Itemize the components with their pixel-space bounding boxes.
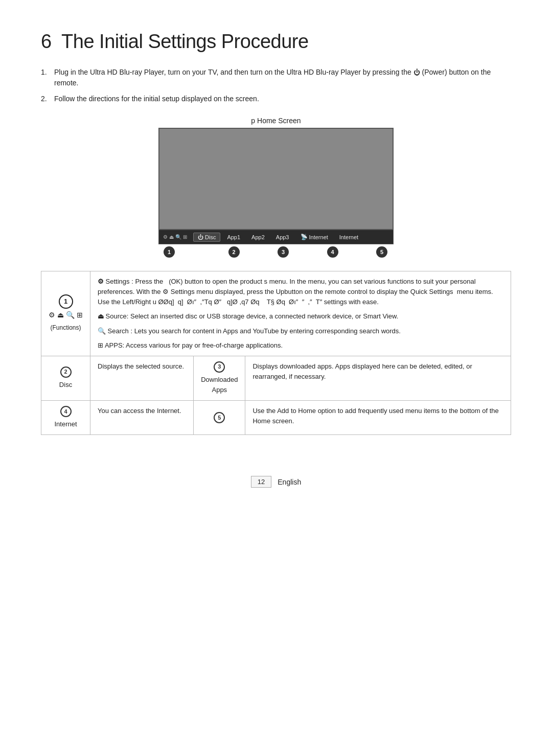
- desc-text-cell-1: ⚙ Settings : Press the (OK) button to op…: [90, 271, 511, 356]
- home-desc-cell: Use the Add to Home option to add freque…: [245, 401, 511, 435]
- desc-internet-num-cell: 4 Internet: [41, 401, 90, 435]
- desc-row-1: 1 ⚙ ⏏ 🔍 ⊞ (Functions) ⚙ Settings : Press…: [41, 271, 511, 356]
- intro-num-1: 1.: [41, 67, 50, 88]
- disc-label: Disc: [205, 234, 216, 240]
- taskbar-numbers: 1 2 3 4 5: [158, 244, 394, 258]
- intro-item-1: 1. Plug in the Ultra HD Blu-ray Player, …: [41, 67, 511, 88]
- circle-outline-2: 2: [60, 366, 72, 378]
- desc-home-num-cell: 5: [194, 401, 245, 435]
- intro-list: 1. Plug in the Ultra HD Blu-ray Player, …: [41, 67, 511, 104]
- settings-icon: ⚙: [163, 234, 168, 240]
- chapter-number: 6: [41, 31, 52, 52]
- downloaded-apps-label: DownloadedApps: [201, 375, 238, 395]
- desc-row-3: 4 Internet You can access the Internet. …: [41, 401, 511, 435]
- language-label: English: [278, 478, 301, 486]
- apps-desc: ⊞ APPS: Access various for pay or free-o…: [98, 340, 503, 351]
- num-indicator-3: 3: [278, 246, 289, 258]
- home-num-cell-content: 5: [201, 412, 238, 423]
- num-indicator-5: 5: [376, 246, 387, 258]
- circle-outline-5: 5: [214, 412, 225, 423]
- circle-outline-3: 3: [214, 361, 225, 373]
- taskbar-icons: ⚙ ⏏ 🔍 ⊞: [163, 234, 187, 240]
- power-icon: ⏻: [413, 68, 420, 76]
- app2-item: App2: [247, 233, 269, 242]
- page-footer: 12 English: [41, 476, 511, 488]
- app1-item: App1: [222, 233, 245, 242]
- disc-desc-cell: Displays the selected source.: [90, 356, 194, 400]
- description-table: 1 ⚙ ⏏ 🔍 ⊞ (Functions) ⚙ Settings : Press…: [41, 271, 511, 435]
- disc-desc-text: Displays the selected source.: [98, 362, 184, 370]
- internet-icon-1: 📡: [301, 234, 308, 240]
- tv-taskbar: ⚙ ⏏ 🔍 ⊞ ⏻ Disc App1 App2 App3 📡 Internet…: [158, 230, 394, 244]
- intro-text-1: Plug in the Ultra HD Blu-ray Player, tur…: [54, 67, 511, 88]
- app3-item: App3: [271, 233, 294, 242]
- circle-5: 5: [376, 246, 387, 258]
- page-title-text: The Initial Settings Procedure: [61, 31, 309, 52]
- desc-apps-num-cell: 3 DownloadedApps: [194, 356, 245, 400]
- apps-cell-content: 3 DownloadedApps: [201, 361, 238, 395]
- func-source-icon: ⏏: [57, 310, 64, 321]
- intro-item-2: 2. Follow the directions for the initial…: [41, 94, 511, 104]
- circle-2: 2: [228, 246, 240, 258]
- function-icons-row: ⚙ ⏏ 🔍 ⊞: [49, 310, 83, 321]
- desc-disc-num-cell: 2 Disc: [41, 356, 90, 400]
- apps-desc-text: Displays downloaded apps. Apps displayed…: [252, 362, 472, 380]
- func-settings-icon: ⚙: [49, 310, 55, 321]
- circle-1: 1: [164, 246, 175, 258]
- home-screen-label: p Home Screen: [251, 117, 301, 125]
- source-desc: ⏏ Source: Select an inserted disc or USB…: [98, 311, 503, 322]
- disc-item: ⏻ Disc: [193, 233, 220, 242]
- intro-num-2: 2.: [41, 94, 50, 104]
- page-title: 6 The Initial Settings Procedure: [41, 31, 511, 53]
- circle-3: 3: [278, 246, 289, 258]
- internet-desc-cell: You can access the Internet.: [90, 401, 194, 435]
- apps-desc-cell: Displays downloaded apps. Apps displayed…: [245, 356, 511, 400]
- num-indicator-4: 4: [327, 246, 338, 258]
- settings-desc: ⚙ Settings : Press the (OK) button to op…: [98, 277, 503, 307]
- internet-cell-content: 4 Internet: [49, 406, 83, 429]
- disc-cell-content: 2 Disc: [49, 366, 83, 390]
- internet-label-cell: Internet: [54, 419, 77, 429]
- home-screen-container: p Home Screen ⚙ ⏏ 🔍 ⊞ ⏻ Disc App1 App2 A…: [41, 117, 511, 266]
- disc-label-cell: Disc: [59, 380, 72, 390]
- search-desc: 🔍 Search : Lets you search for content i…: [98, 326, 503, 336]
- tv-screen: [158, 128, 394, 230]
- apps-icon: ⊞: [183, 234, 187, 240]
- num-indicator-1: 1: [164, 246, 175, 258]
- func-apps-icon: ⊞: [77, 310, 83, 321]
- disc-power-icon: ⏻: [198, 234, 203, 240]
- desc-num-cell-1: 1 ⚙ ⏏ 🔍 ⊞ (Functions): [41, 271, 90, 356]
- circle-outline-4: 4: [60, 406, 72, 417]
- internet-item-1: 📡 Internet: [296, 232, 333, 242]
- circle-4: 4: [327, 246, 338, 258]
- bold-circle-1: 1: [59, 294, 73, 309]
- home-desc-text: Use the Add to Home option to add freque…: [252, 407, 498, 425]
- intro-text-2: Follow the directions for the initial se…: [54, 94, 259, 104]
- func-search-icon: 🔍: [66, 310, 75, 321]
- source-icon: ⏏: [169, 234, 174, 240]
- page-number-box: 12: [251, 476, 271, 488]
- num-indicator-2: 2: [228, 246, 240, 258]
- functions-icon-group: 1 ⚙ ⏏ 🔍 ⊞ (Functions): [49, 294, 83, 333]
- search-icon: 🔍: [175, 234, 181, 240]
- internet-desc-text: You can access the Internet.: [98, 407, 181, 415]
- internet-label-1: Internet: [309, 234, 328, 240]
- internet-item-2: Internet: [335, 233, 363, 242]
- desc-row-2: 2 Disc Displays the selected source. 3 D…: [41, 356, 511, 400]
- functions-label: (Functions): [50, 323, 81, 333]
